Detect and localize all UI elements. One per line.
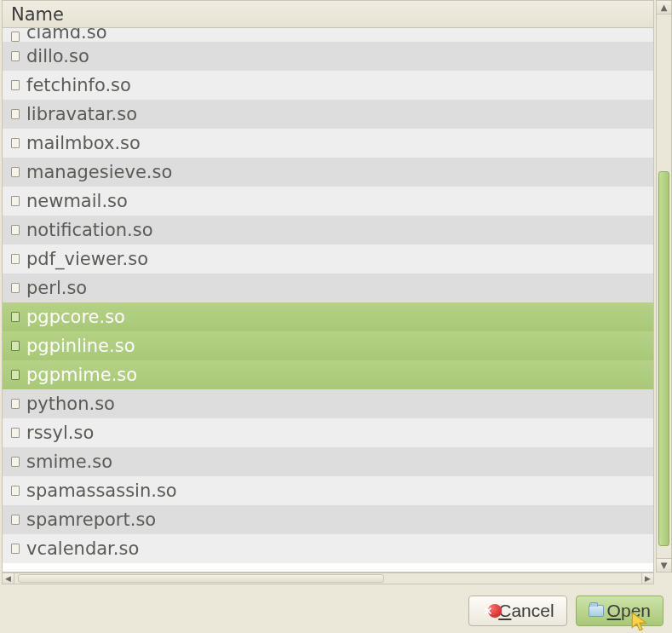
file-row[interactable]: clamd.so bbox=[3, 28, 653, 42]
cancel-button-label: Cancel bbox=[498, 601, 554, 621]
file-row[interactable]: libravatar.so bbox=[3, 100, 653, 129]
file-row[interactable]: pdf_viewer.so bbox=[3, 245, 653, 273]
file-row[interactable]: newmail.so bbox=[3, 187, 653, 216]
file-list[interactable]: clamd.sodillo.sofetchinfo.solibravatar.s… bbox=[3, 28, 653, 572]
horizontal-scrollbar-thumb[interactable] bbox=[18, 574, 384, 583]
file-icon bbox=[11, 283, 20, 293]
vertical-scrollbar-thumb[interactable] bbox=[658, 171, 669, 546]
file-row[interactable]: rssyl.so bbox=[3, 418, 653, 447]
file-row[interactable]: mailmbox.so bbox=[3, 129, 653, 158]
scroll-down-arrow-icon[interactable]: ▼ bbox=[657, 558, 671, 572]
file-row[interactable]: pgpcore.so bbox=[3, 302, 653, 331]
file-row[interactable]: vcalendar.so bbox=[3, 534, 653, 563]
open-button[interactable]: Open bbox=[576, 596, 663, 626]
file-icon bbox=[11, 109, 20, 119]
file-icon bbox=[11, 341, 20, 351]
vertical-scrollbar[interactable]: ▲ ▼ bbox=[656, 0, 672, 573]
file-icon bbox=[11, 167, 20, 177]
file-name-label: python.so bbox=[26, 389, 115, 418]
open-button-label: Open bbox=[607, 601, 651, 621]
file-icon bbox=[11, 80, 20, 90]
file-name-label: rssyl.so bbox=[26, 418, 94, 447]
file-icon bbox=[11, 32, 20, 42]
file-icon bbox=[11, 544, 20, 554]
file-name-label: pdf_viewer.so bbox=[26, 245, 148, 273]
file-row[interactable]: dillo.so bbox=[3, 42, 653, 71]
file-icon bbox=[11, 457, 20, 467]
file-list-panel: Name clamd.sodillo.sofetchinfo.solibrava… bbox=[2, 0, 654, 573]
file-name-label: clamd.so bbox=[26, 28, 107, 42]
file-name-label: newmail.so bbox=[26, 187, 128, 216]
file-row[interactable]: spamassassin.so bbox=[3, 476, 653, 505]
file-name-label: libravatar.so bbox=[26, 100, 137, 129]
dialog-button-bar: Cancel Open bbox=[468, 596, 663, 626]
cancel-button[interactable]: Cancel bbox=[468, 596, 566, 626]
scroll-left-arrow-icon[interactable]: ◀ bbox=[3, 573, 14, 584]
file-row[interactable]: fetchinfo.so bbox=[3, 71, 653, 100]
horizontal-scrollbar[interactable]: ◀ ▶ bbox=[2, 573, 654, 584]
file-name-label: pgpcore.so bbox=[26, 302, 125, 331]
scroll-right-arrow-icon[interactable]: ▶ bbox=[641, 573, 653, 584]
file-icon bbox=[11, 515, 20, 525]
file-row[interactable]: smime.so bbox=[3, 447, 653, 476]
file-row[interactable]: python.so bbox=[3, 389, 653, 418]
file-icon bbox=[11, 370, 20, 380]
file-row[interactable]: pgpinline.so bbox=[3, 331, 653, 360]
file-icon bbox=[11, 51, 20, 61]
file-name-label: vcalendar.so bbox=[26, 534, 139, 563]
file-icon bbox=[11, 399, 20, 409]
file-name-label: spamassassin.so bbox=[26, 476, 177, 505]
scroll-up-arrow-icon[interactable]: ▲ bbox=[657, 1, 671, 14]
column-header-name[interactable]: Name bbox=[3, 1, 653, 28]
file-name-label: pgpinline.so bbox=[26, 331, 135, 360]
file-icon bbox=[11, 428, 20, 438]
file-name-label: mailmbox.so bbox=[26, 129, 141, 158]
file-name-label: dillo.so bbox=[26, 42, 89, 71]
file-icon bbox=[11, 254, 20, 264]
file-row[interactable]: notification.so bbox=[3, 216, 653, 245]
file-name-label: managesieve.so bbox=[26, 158, 172, 187]
file-icon bbox=[11, 196, 20, 206]
file-name-label: smime.so bbox=[26, 447, 112, 476]
file-icon bbox=[11, 486, 20, 496]
file-row[interactable]: managesieve.so bbox=[3, 158, 653, 187]
file-row[interactable]: spamreport.so bbox=[3, 505, 653, 534]
file-icon bbox=[11, 138, 20, 148]
file-name-label: perl.so bbox=[26, 273, 87, 302]
folder-open-icon bbox=[589, 605, 604, 617]
cancel-icon bbox=[481, 604, 495, 618]
file-row[interactable]: pgpmime.so bbox=[3, 360, 653, 389]
file-name-label: pgpmime.so bbox=[26, 360, 137, 389]
file-row[interactable]: perl.so bbox=[3, 273, 653, 302]
file-name-label: spamreport.so bbox=[26, 505, 156, 534]
file-icon bbox=[11, 312, 20, 322]
file-name-label: fetchinfo.so bbox=[26, 71, 131, 100]
file-name-label: notification.so bbox=[26, 216, 153, 245]
file-icon bbox=[11, 225, 20, 235]
